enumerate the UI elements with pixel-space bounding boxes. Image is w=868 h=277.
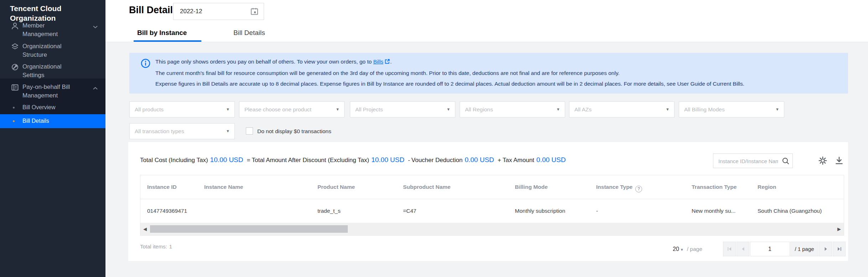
bill-table: Instance ID Instance Name Product Name S…	[140, 175, 844, 236]
bill-card: Total Cost (Including Tax)10.00 USD=Tota…	[128, 142, 848, 261]
bills-link[interactable]: Bills	[373, 59, 383, 65]
page-header: Bill Details 2022-12 Bill by Instance Bi…	[105, 0, 868, 42]
info-icon	[141, 59, 150, 70]
filter-azs-select[interactable]: All AZs▼	[569, 101, 675, 117]
bullet-dot-icon	[13, 120, 15, 122]
totals-summary: Total Cost (Including Tax)10.00 USD=Tota…	[140, 156, 568, 164]
filter-projects-select[interactable]: All Projects▼	[350, 101, 455, 117]
banner-line1-text: This page only shows orders you pay on b…	[155, 59, 373, 65]
cell-instance-id: 0147749369471	[147, 199, 187, 223]
download-icon[interactable]	[835, 156, 844, 165]
col-header-transaction-type: Transaction Type	[692, 175, 737, 199]
cell-product-name: trade_t_s	[317, 199, 341, 223]
caret-down-icon: ▼	[680, 248, 684, 252]
select-value: All Regions	[465, 102, 493, 117]
totals-operator: -	[408, 157, 410, 163]
content-area: This page only shows orders you pay on b…	[105, 42, 868, 277]
zero-transactions-checkbox[interactable]	[246, 127, 253, 135]
banner-line-3: Expense figures in Bill Details are accu…	[155, 79, 744, 89]
cell-subproduct-name: =C47	[403, 199, 417, 223]
total-items: Total items:1	[140, 243, 172, 250]
bill-details-page: Tencent Cloud Organization Member Manage…	[0, 0, 868, 277]
sidebar-item-label: Pay-on-behalf Bill Management	[22, 83, 76, 100]
filter-regions-select[interactable]: All Regions▼	[460, 101, 565, 117]
col-header-subproduct-name: Subproduct Name	[403, 175, 450, 199]
app-title: Tencent Cloud Organization	[10, 4, 92, 23]
per-page-label: / page	[687, 246, 702, 252]
totals-label: Tax Amount	[503, 157, 534, 163]
column-settings-gear-icon[interactable]	[818, 156, 827, 165]
select-value: All Projects	[355, 102, 383, 117]
col-header-instance-id: Instance ID	[147, 175, 177, 199]
filter-billing-modes-select[interactable]: All Billing Modes▼	[679, 101, 784, 117]
search-input[interactable]	[718, 154, 779, 168]
sidebar-item-label: Member Management	[22, 21, 76, 39]
totals-operator: =	[247, 157, 250, 163]
layers-icon	[11, 42, 19, 51]
current-page-box[interactable]: 1	[750, 242, 790, 256]
sidebar-item-bill-details[interactable]: Bill Details	[0, 114, 105, 128]
sidebar: Tencent Cloud Organization Member Manage…	[0, 0, 105, 277]
chevron-up-icon	[93, 85, 98, 91]
scrollbar-thumb[interactable]	[150, 225, 348, 233]
totals-label: Total Amount After Discount (Excluding T…	[252, 157, 369, 163]
filter-one-product-select[interactable]: Please choose one product▼	[239, 101, 345, 117]
first-page-button[interactable]	[723, 242, 736, 256]
select-value: Please choose one product	[244, 102, 311, 117]
sidebar-item-bill-overview[interactable]: Bill Overview	[0, 101, 105, 114]
sidebar-item-label: Organizational Settings	[22, 62, 76, 80]
select-value: All AZs	[574, 102, 591, 117]
total-items-value: 1	[169, 243, 172, 250]
caret-down-icon: ▼	[336, 107, 340, 111]
caret-down-icon: ▼	[666, 107, 670, 111]
cell-region: South China (Guangzhou)	[758, 199, 822, 223]
pagination: 1 / 1 page	[723, 242, 846, 256]
horizontal-scrollbar: ◀ ▶	[140, 223, 844, 235]
info-banner: This page only shows orders you pay on b…	[129, 53, 848, 94]
col-header-product-name: Product Name	[317, 175, 355, 199]
active-tab-underline	[134, 40, 201, 42]
table-header-row: Instance ID Instance Name Product Name S…	[140, 175, 844, 199]
tab-bill-by-instance[interactable]: Bill by Instance	[137, 29, 187, 37]
caret-down-icon: ▼	[556, 107, 560, 111]
select-value: All transaction types	[135, 124, 184, 139]
help-icon[interactable]: ?	[635, 186, 642, 192]
search-icon[interactable]	[782, 157, 790, 166]
next-page-button[interactable]	[819, 242, 832, 256]
banner-line-2: The current month's final bill for resou…	[155, 68, 744, 79]
caret-down-icon: ▼	[226, 129, 230, 133]
scroll-right-arrow-icon[interactable]: ▶	[837, 223, 841, 235]
scroll-left-arrow-icon[interactable]: ◀	[143, 223, 147, 235]
cell-instance-type: -	[596, 199, 598, 223]
bullet-dot-icon	[13, 107, 15, 109]
banner-text: This page only shows orders you pay on b…	[155, 56, 744, 89]
checkbox-label: Do not display $0 transactions	[257, 123, 331, 139]
caret-down-icon: ▼	[775, 107, 779, 111]
totals-value: 10.00 USD	[371, 156, 404, 163]
page-size-select[interactable]: 20▼/ page	[673, 242, 702, 256]
totals-label: Voucher Deduction	[412, 157, 463, 163]
banner-line1-period: .	[390, 59, 392, 65]
month-date-picker[interactable]: 2022-12	[173, 3, 264, 20]
col-header-instance-type: Instance Type?	[596, 175, 642, 199]
sidebar-item-label: Bill Details	[22, 114, 49, 128]
tab-bill-details[interactable]: Bill Details	[233, 29, 265, 37]
filter-products-select[interactable]: All products▼	[129, 101, 235, 117]
prev-page-button[interactable]	[737, 242, 749, 256]
date-value: 2022-12	[180, 3, 202, 20]
totals-value: 0.00 USD	[465, 156, 494, 163]
totals-operator: +	[498, 157, 501, 163]
last-page-button[interactable]	[833, 242, 846, 256]
external-link-icon	[384, 57, 390, 68]
totals-value: 10.00 USD	[210, 156, 243, 163]
filter-transaction-types-select[interactable]: All transaction types▼	[129, 123, 235, 139]
cell-billing-mode: Monthly subscription	[515, 199, 565, 223]
banner-line-1: This page only shows orders you pay on b…	[155, 56, 744, 68]
caret-down-icon: ▼	[226, 107, 230, 111]
select-value: All products	[135, 102, 164, 117]
totals-label: Total Cost (Including Tax)	[140, 157, 208, 163]
totals-value: 0.00 USD	[536, 156, 565, 163]
col-header-billing-mode: Billing Mode	[515, 175, 548, 199]
total-items-label: Total items:	[140, 243, 167, 250]
bill-icon	[11, 83, 19, 92]
